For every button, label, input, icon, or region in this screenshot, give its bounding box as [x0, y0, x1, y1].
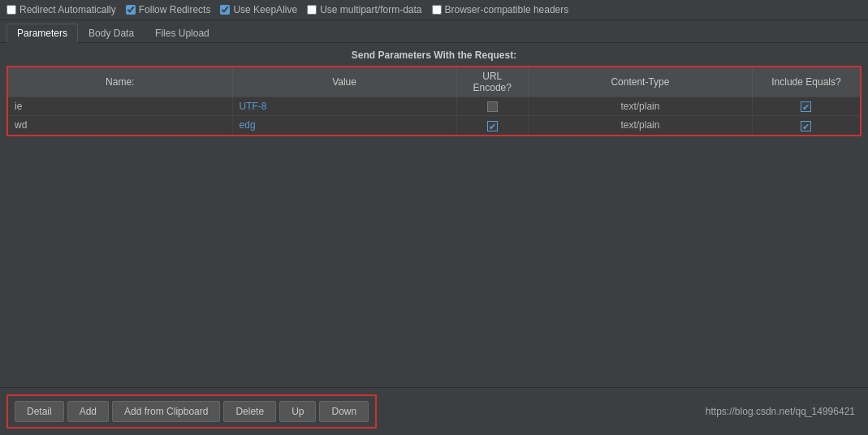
follow-redirects-item[interactable]: Follow Redirects	[126, 4, 211, 15]
add-from-clipboard-button[interactable]: Add from Clipboard	[112, 401, 220, 422]
cell-includeequals[interactable]: ✔	[752, 116, 860, 135]
follow-redirects-label: Follow Redirects	[139, 4, 211, 15]
col-header-name: Name:	[8, 67, 232, 97]
redirect-automatically-item[interactable]: Redirect Automatically	[6, 4, 116, 15]
cell-contenttype: text/plain	[528, 116, 752, 135]
use-multipart-item[interactable]: Use multipart/form-data	[307, 4, 421, 15]
col-header-urlencode: URL Encode?	[456, 67, 528, 97]
cell-name: ie	[8, 97, 232, 116]
col-header-value: Value	[232, 67, 456, 97]
follow-redirects-checkbox[interactable]	[126, 5, 136, 15]
bottom-bar: Detail Add Add from Clipboard Delete Up …	[0, 387, 868, 435]
use-multipart-label: Use multipart/form-data	[320, 4, 421, 15]
button-group: Detail Add Add from Clipboard Delete Up …	[6, 394, 377, 429]
delete-button[interactable]: Delete	[223, 401, 276, 422]
params-table-wrapper: Name: Value URL Encode? Content-Type Inc…	[6, 66, 862, 136]
cell-contenttype: text/plain	[528, 97, 752, 116]
section-title: Send Parameters With the Request:	[6, 50, 862, 61]
redirect-automatically-checkbox[interactable]	[6, 5, 16, 15]
up-button[interactable]: Up	[279, 401, 316, 422]
col-header-contenttype: Content-Type	[528, 67, 752, 97]
main-content: Send Parameters With the Request: Name: …	[0, 43, 868, 387]
table-row[interactable]: wdedg✔text/plain✔	[8, 116, 860, 135]
cell-name: wd	[8, 116, 232, 135]
use-keepalive-label: Use KeepAlive	[233, 4, 297, 15]
cell-urlencode[interactable]	[456, 97, 528, 116]
table-header-row: Name: Value URL Encode? Content-Type Inc…	[8, 67, 860, 97]
top-toolbar: Redirect Automatically Follow Redirects …	[0, 0, 868, 20]
tab-files-upload[interactable]: Files Upload	[145, 24, 220, 42]
browser-compatible-checkbox[interactable]	[432, 5, 442, 15]
add-button[interactable]: Add	[67, 401, 109, 422]
use-keepalive-checkbox[interactable]	[220, 5, 230, 15]
tab-parameters[interactable]: Parameters	[6, 24, 78, 43]
tabs-bar: Parameters Body Data Files Upload	[0, 20, 868, 43]
footer-url: https://blog.csdn.net/qq_14996421	[706, 406, 862, 417]
use-multipart-checkbox[interactable]	[307, 5, 317, 15]
table-row[interactable]: ieUTF-8text/plain✔	[8, 97, 860, 116]
cell-value: edg	[232, 116, 456, 135]
cell-includeequals[interactable]: ✔	[752, 97, 860, 116]
cell-urlencode[interactable]: ✔	[456, 116, 528, 135]
browser-compatible-item[interactable]: Browser-compatible headers	[432, 4, 569, 15]
browser-compatible-label: Browser-compatible headers	[445, 4, 569, 15]
down-button[interactable]: Down	[319, 401, 369, 422]
use-keepalive-item[interactable]: Use KeepAlive	[220, 4, 297, 15]
redirect-automatically-label: Redirect Automatically	[19, 4, 116, 15]
empty-area	[6, 136, 862, 381]
col-header-includeequals: Include Equals?	[752, 67, 860, 97]
params-table: Name: Value URL Encode? Content-Type Inc…	[8, 67, 860, 135]
detail-button[interactable]: Detail	[15, 401, 64, 422]
cell-value: UTF-8	[232, 97, 456, 116]
tab-body-data[interactable]: Body Data	[78, 24, 145, 42]
